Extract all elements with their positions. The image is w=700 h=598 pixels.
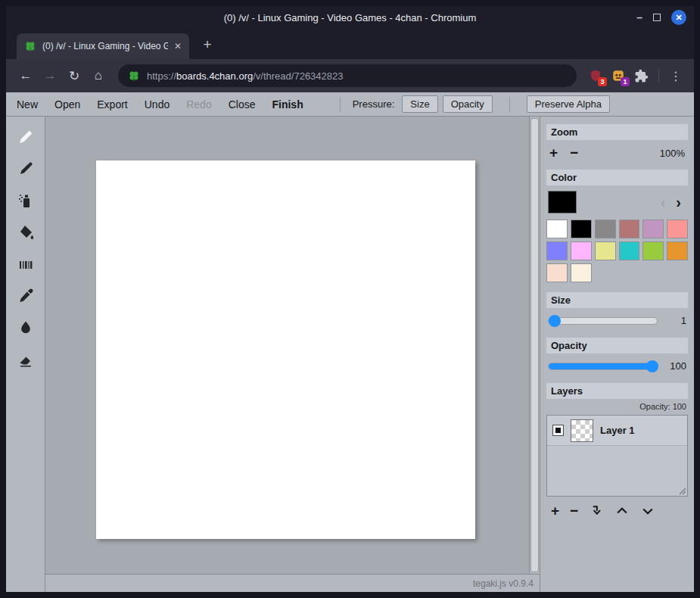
palette-swatch[interactable] [546,263,568,282]
zoom-out-button[interactable]: − [570,146,578,160]
blur-tool-button[interactable] [16,318,36,338]
canvas-background[interactable] [45,117,529,574]
menubar-divider [509,97,510,112]
airbrush-tool-button[interactable] [16,191,36,210]
current-color-swatch[interactable] [548,191,577,213]
pen-icon [17,160,35,178]
menu-redo: Redo [186,98,211,111]
layers-list: Layer 1 [546,415,688,497]
new-tab-button[interactable]: + [197,34,218,55]
palette-swatch[interactable] [595,241,616,260]
chevron-up-icon [614,503,630,519]
size-section: Size 1 [546,292,688,328]
layer-opacity-label: Opacity: 100 [546,399,688,415]
pencil-tool-button[interactable] [16,127,36,147]
browser-window: (0) /v/ - Linux Gaming - Video Games - 4… [6,6,694,592]
extension-badge: 3 [598,77,607,86]
reload-icon[interactable]: ↻ [64,65,85,86]
layers-section: Layers Opacity: 100 Layer 1 + [546,383,688,519]
forward-icon[interactable]: → [39,65,61,86]
close-button[interactable]: ✕ [671,10,686,25]
zoom-value: 100% [660,148,685,159]
palette-prev-icon[interactable]: ‹ [655,194,671,211]
pen-tool-button[interactable] [16,159,36,179]
version-label: tegaki.js v0.9.4 [473,578,534,589]
palette-swatch[interactable] [546,241,568,260]
layer-visibility-checkbox[interactable] [552,425,564,436]
drawing-canvas[interactable] [96,160,475,539]
tab-4chan-thread[interactable]: (0) /v/ - Linux Gaming - Video Games - 4… [17,33,189,59]
eyedropper-tool-button[interactable] [16,286,36,306]
palette-swatch[interactable] [571,263,592,282]
url-host: boards.4chan.org [176,70,253,82]
move-layer-down-button[interactable] [640,503,655,519]
resize-handle-icon[interactable] [678,487,686,495]
color-header: Color [546,170,688,185]
opacity-slider[interactable] [548,363,658,370]
menu-open[interactable]: Open [54,98,80,111]
palette-swatch[interactable] [619,220,640,238]
palette-swatch[interactable] [619,241,640,260]
home-icon[interactable]: ⌂ [88,65,109,86]
eyedropper-icon [17,287,35,305]
extensions-menu-button[interactable] [631,66,651,86]
minimize-button[interactable]: – [636,11,642,23]
favicon-clover-icon [24,40,36,52]
layer-name: Layer 1 [600,425,635,436]
canvas-viewport [45,117,540,574]
opacity-slider-knob[interactable] [646,360,658,372]
palette-swatch[interactable] [667,241,688,260]
pencil-icon [17,128,35,146]
delete-layer-button[interactable]: − [570,504,578,518]
extension-monkey-button[interactable]: 1 [608,66,628,86]
palette-swatch[interactable] [571,220,592,238]
menu-close[interactable]: Close [229,98,256,111]
menu-export[interactable]: Export [97,98,127,111]
zoom-header: Zoom [546,124,688,140]
bucket-tool-button[interactable] [16,223,36,242]
size-slider-knob[interactable] [549,315,561,327]
merge-layer-button[interactable] [589,503,604,519]
url-path: /v/thread/726342823 [253,70,343,82]
tone-tool-button[interactable] [16,254,36,274]
status-bar: tegaki.js v0.9.4 [45,574,540,592]
browser-toolbar: ← → ↻ ⌂ https://boards.4chan.org/v/threa… [6,59,694,92]
eraser-tool-button[interactable] [16,350,36,369]
extension-shield-button[interactable]: 3 [586,66,605,86]
palette-swatch[interactable] [546,220,568,238]
pressure-label: Pressure: [353,98,395,110]
palette-next-icon[interactable]: › [670,194,686,211]
layer-thumbnail [571,419,593,442]
browser-menu-icon[interactable]: ⋮ [667,69,685,83]
palette-swatch[interactable] [642,220,664,238]
bucket-icon [17,223,35,241]
tab-close-icon[interactable]: ✕ [174,41,182,51]
palette-swatch[interactable] [667,220,688,238]
menu-finish[interactable]: Finish [272,98,303,111]
palette-swatch[interactable] [571,241,592,260]
pressure-size-toggle[interactable]: Size [402,95,437,113]
maximize-button[interactable] [653,14,661,21]
pressure-opacity-toggle[interactable]: Opacity [443,95,493,113]
size-slider[interactable] [548,317,658,325]
address-bar[interactable]: https://boards.4chan.org/v/thread/726342… [118,64,577,87]
zoom-in-button[interactable]: + [549,146,558,160]
opacity-section: Opacity 100 [546,338,688,373]
vertical-scrollbar[interactable] [529,117,540,574]
palette-swatch[interactable] [642,241,664,260]
menu-new[interactable]: New [17,98,38,111]
puzzle-icon [634,69,649,83]
add-layer-button[interactable]: + [551,504,559,518]
preserve-alpha-toggle[interactable]: Preserve Alpha [527,95,610,113]
move-layer-up-button[interactable] [614,503,630,519]
back-icon[interactable]: ← [15,65,36,86]
color-section: Color ‹ › [546,170,688,282]
merge-down-icon [589,503,604,519]
menu-undo[interactable]: Undo [145,98,170,111]
scrollbar-thumb[interactable] [530,118,539,572]
tegaki-main: tegaki.js v0.9.4 Zoom + − 100% Color [6,117,694,592]
window-controls: – ✕ [636,6,686,29]
palette-swatch[interactable] [595,220,616,238]
toolbar-divider [658,69,659,83]
layer-row[interactable]: Layer 1 [547,416,687,446]
